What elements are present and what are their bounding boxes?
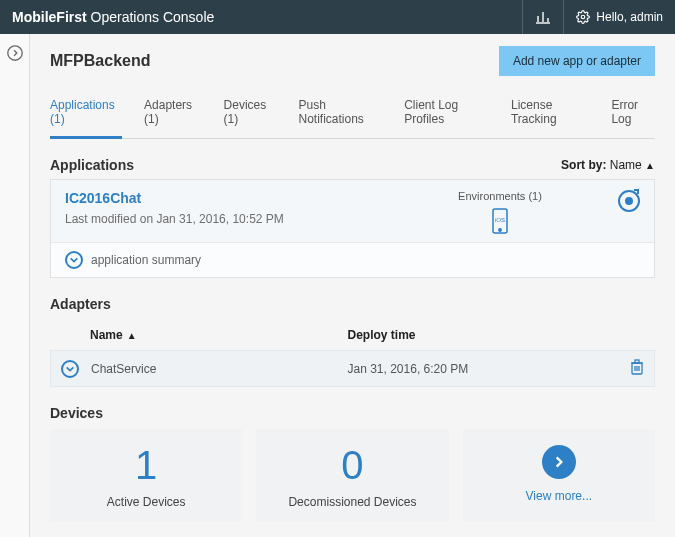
- decommissioned-devices-card: 0 Decomissioned Devices: [256, 429, 448, 521]
- chevron-down-icon: [65, 364, 75, 374]
- active-devices-card: 1 Active Devices: [50, 429, 242, 521]
- tab-devices[interactable]: Devices (1): [224, 90, 277, 138]
- gear-icon: [576, 10, 590, 24]
- application-summary-label: application summary: [91, 253, 201, 267]
- adapter-name[interactable]: ChatService: [91, 362, 348, 376]
- expand-summary-button[interactable]: [65, 251, 83, 269]
- user-greeting: Hello, admin: [596, 10, 663, 24]
- caret-up-icon: ▲: [127, 330, 137, 341]
- environments-label: Environments (1): [420, 190, 580, 202]
- decommissioned-devices-label: Decomissioned Devices: [266, 495, 438, 509]
- tab-push[interactable]: Push Notifications: [298, 90, 382, 138]
- adapter-head-deploy: Deploy time: [348, 328, 606, 342]
- devices-view-more-card[interactable]: View more...: [463, 429, 655, 521]
- adapter-row: ChatService Jan 31, 2016, 6:20 PM: [50, 350, 655, 387]
- applications-heading: Applications: [50, 157, 134, 173]
- svg-point-4: [582, 15, 586, 19]
- ios-environment-icon[interactable]: iOS: [491, 208, 509, 234]
- active-devices-count: 1: [60, 445, 232, 485]
- chevron-down-icon: [69, 255, 79, 265]
- expand-adapter-button[interactable]: [61, 360, 79, 378]
- delete-adapter-button[interactable]: [604, 359, 644, 378]
- chevron-right-icon: [552, 455, 566, 469]
- add-app-adapter-button[interactable]: Add new app or adapter: [499, 46, 655, 76]
- svg-point-7: [499, 229, 501, 231]
- tab-client-log[interactable]: Client Log Profiles: [404, 90, 489, 138]
- brand-title: MobileFirst Operations Console: [12, 9, 214, 25]
- bar-chart-icon: [535, 9, 551, 25]
- tab-error-log[interactable]: Error Log: [611, 90, 655, 138]
- expand-rail-button[interactable]: [6, 50, 24, 65]
- tabs: Applications (1) Adapters (1) Devices (1…: [50, 90, 655, 139]
- sort-by-control[interactable]: Sort by: Name ▲: [561, 158, 655, 172]
- caret-up-icon: ▲: [645, 160, 655, 171]
- trash-icon: [630, 359, 644, 375]
- tab-applications[interactable]: Applications (1): [50, 90, 122, 139]
- svg-text:iOS: iOS: [495, 217, 505, 223]
- svg-point-5: [7, 46, 21, 60]
- svg-rect-14: [635, 360, 639, 363]
- tab-license[interactable]: License Tracking: [511, 90, 589, 138]
- page-title: MFPBackend: [50, 52, 150, 70]
- application-name-link[interactable]: IC2016Chat: [65, 190, 420, 206]
- adapter-deploy-time: Jan 31, 2016, 6:20 PM: [348, 362, 605, 376]
- user-menu[interactable]: Hello, admin: [563, 0, 675, 34]
- tab-adapters[interactable]: Adapters (1): [144, 90, 202, 138]
- application-card: IC2016Chat Last modified on Jan 31, 2016…: [50, 179, 655, 278]
- adapters-heading: Adapters: [50, 296, 655, 312]
- status-indicator-icon[interactable]: [618, 190, 640, 212]
- view-more-button[interactable]: [542, 445, 576, 479]
- analytics-button[interactable]: [522, 0, 563, 34]
- decommissioned-devices-count: 0: [266, 445, 438, 485]
- view-more-label: View more...: [526, 489, 592, 503]
- chevron-right-circle-icon: [6, 44, 24, 62]
- application-modified: Last modified on Jan 31, 2016, 10:52 PM: [65, 212, 420, 226]
- active-devices-label: Active Devices: [60, 495, 232, 509]
- devices-heading: Devices: [50, 405, 655, 421]
- adapter-sort-name[interactable]: Name ▲: [90, 328, 348, 342]
